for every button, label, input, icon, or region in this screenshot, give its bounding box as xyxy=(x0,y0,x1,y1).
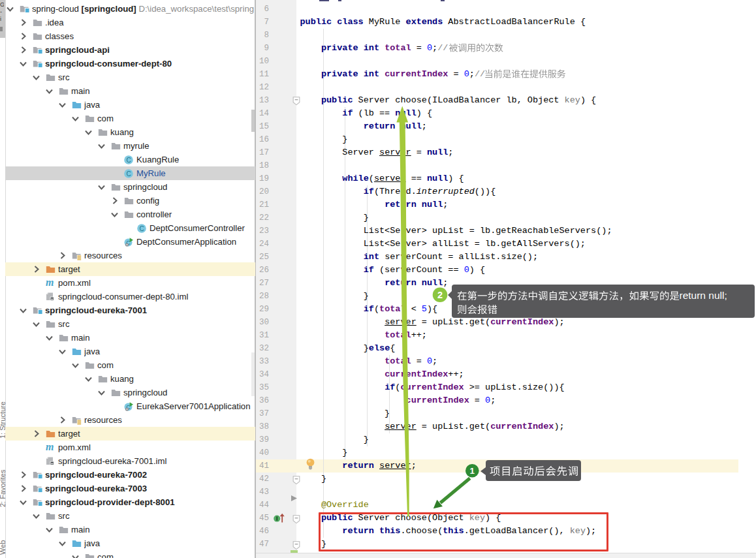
svg-text:2: 2 xyxy=(437,290,443,300)
svg-text:1: 1 xyxy=(470,466,475,476)
